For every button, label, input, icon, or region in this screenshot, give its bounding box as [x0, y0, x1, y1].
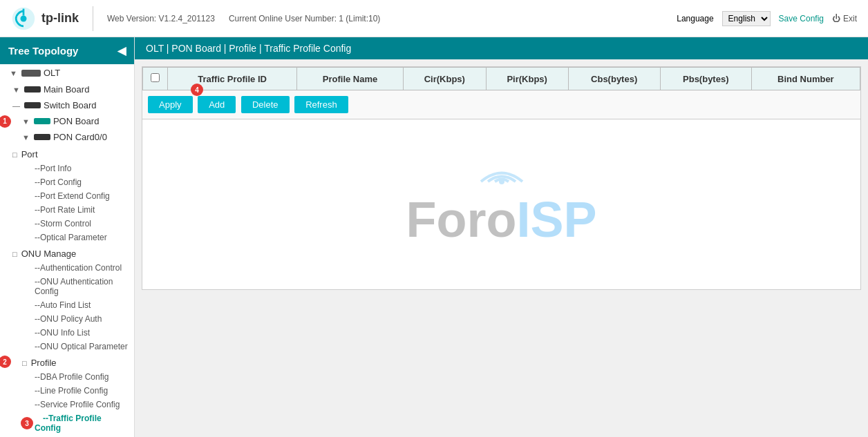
switch-board-icon	[24, 102, 41, 108]
logo-area: tp-link	[11, 6, 93, 31]
expand-icon: —	[12, 101, 20, 110]
traffic-profile-table: Traffic Profile ID Profile Name Cir(Kbps…	[142, 67, 860, 90]
menu-auto-find-list[interactable]: --Auto Find List	[0, 298, 134, 312]
language-select[interactable]: English	[722, 11, 771, 26]
watermark-area: ForoISP	[142, 119, 860, 289]
minus-icon: □	[22, 359, 27, 367]
add-button[interactable]: Add	[198, 96, 236, 113]
onu-manage-section-label: □ ONU Manage	[0, 244, 134, 261]
badge-2: 2	[0, 356, 11, 368]
sidebar-collapse-button[interactable]: ◀	[117, 44, 126, 57]
online-users: Current Online User Number: 1 (Limit:10)	[229, 14, 380, 23]
logo-text: tp-link	[41, 11, 79, 26]
col-cir: Cir(Kbps)	[403, 68, 486, 90]
apply-button[interactable]: Apply	[148, 96, 193, 113]
delete-button[interactable]: Delete	[241, 96, 290, 113]
main-content: OLT | PON Board | Profile | Traffic Prof…	[135, 37, 868, 437]
menu-line-profile[interactable]: --Line Profile Config	[0, 384, 134, 398]
expand-icon: ▼	[10, 69, 17, 77]
menu-service-profile[interactable]: --Service Profile Config	[0, 398, 134, 411]
menu-onu-info-list[interactable]: --ONU Info List	[0, 326, 134, 340]
layout: Tree Topology ◀ ▼ OLT ▼ Main Board — Swi…	[0, 37, 868, 437]
expand-icon: ▼	[22, 133, 30, 142]
sidebar-title: Tree Topology	[8, 45, 78, 57]
svg-point-1	[21, 15, 27, 21]
port-section-label: □ Port	[0, 145, 134, 162]
sidebar: Tree Topology ◀ ▼ OLT ▼ Main Board — Swi…	[0, 37, 135, 437]
header-info: Web Version: V1.2.4_201123 Current Onlin…	[107, 14, 677, 23]
watermark-wrapper: ForoISP	[406, 161, 596, 248]
watermark-text: ForoISP	[406, 191, 596, 248]
header-right: Language English Save Config ⏻ Exit	[677, 11, 857, 26]
wifi-watermark-icon	[474, 161, 529, 188]
col-checkbox-header	[143, 68, 168, 90]
svg-point-3	[499, 179, 504, 184]
sidebar-item-main-board[interactable]: ▼ Main Board	[0, 81, 134, 97]
badge-4: 4	[191, 84, 203, 96]
menu-port-info[interactable]: --Port Info	[0, 162, 134, 175]
sidebar-header: Tree Topology ◀	[0, 37, 134, 64]
minus-icon: □	[12, 150, 17, 159]
refresh-button[interactable]: Refresh	[294, 96, 348, 113]
olt-device-icon	[21, 70, 41, 77]
col-bind-number: Bind Number	[751, 68, 860, 90]
sidebar-item-pon-board[interactable]: 1 ▼ PON Board	[0, 113, 134, 129]
web-version: Web Version: V1.2.4_201123	[107, 14, 215, 23]
expand-icon: ▼	[22, 117, 30, 126]
col-traffic-profile-id: Traffic Profile ID	[168, 68, 297, 90]
sidebar-item-switch-board[interactable]: — Switch Board	[0, 97, 134, 113]
language-label: Language	[677, 14, 713, 23]
power-icon: ⏻	[832, 14, 840, 23]
col-profile-name: Profile Name	[297, 68, 404, 90]
tp-link-logo-icon	[11, 6, 36, 31]
col-cbs: Cbs(bytes)	[568, 68, 660, 90]
action-bar: 4 Apply Add Delete Refresh	[142, 90, 860, 119]
sidebar-item-pon-card[interactable]: ▼ PON Card0/0	[0, 129, 134, 145]
menu-storm-control[interactable]: --Storm Control	[0, 217, 134, 231]
exit-link[interactable]: ⏻ Exit	[832, 14, 857, 23]
col-pbs: Pbs(bytes)	[660, 68, 751, 90]
menu-traffic-profile[interactable]: 3 --Traffic Profile Config	[0, 411, 134, 435]
col-pir: Pir(Kbps)	[486, 68, 568, 90]
table-container: Traffic Profile ID Profile Name Cir(Kbps…	[142, 66, 861, 290]
badge-1: 1	[0, 115, 11, 128]
header: tp-link Web Version: V1.2.4_201123 Curre…	[0, 0, 868, 37]
select-all-checkbox[interactable]	[151, 73, 160, 82]
menu-onu-policy-auth[interactable]: --ONU Policy Auth	[0, 312, 134, 326]
badge-3: 3	[21, 417, 33, 429]
olt-label: OLT	[44, 68, 60, 78]
pon-board-icon	[34, 118, 50, 124]
minus-icon: □	[12, 250, 17, 258]
pon-card-icon	[34, 134, 50, 140]
profile-section-label: 2 □ Profile	[0, 353, 134, 370]
content-area: Traffic Profile ID Profile Name Cir(Kbps…	[135, 59, 868, 437]
menu-onu-auth-config[interactable]: --ONU Authentication Config	[0, 275, 134, 298]
menu-dba-profile[interactable]: --DBA Profile Config	[0, 370, 134, 384]
save-config-link[interactable]: Save Config	[779, 14, 824, 23]
menu-port-extend-config[interactable]: --Port Extend Config	[0, 189, 134, 203]
breadcrumb: OLT | PON Board | Profile | Traffic Prof…	[135, 37, 868, 59]
menu-onu-optical-param[interactable]: --ONU Optical Parameter	[0, 340, 134, 353]
menu-optical-parameter[interactable]: --Optical Parameter	[0, 231, 134, 244]
sidebar-item-olt[interactable]: ▼ OLT	[0, 64, 134, 81]
menu-auth-control[interactable]: --Authentication Control	[0, 261, 134, 275]
menu-port-config[interactable]: --Port Config	[0, 175, 134, 189]
main-board-icon	[24, 86, 41, 93]
menu-port-rate-limit[interactable]: --Port Rate Limit	[0, 203, 134, 217]
expand-icon: ▼	[12, 86, 20, 94]
